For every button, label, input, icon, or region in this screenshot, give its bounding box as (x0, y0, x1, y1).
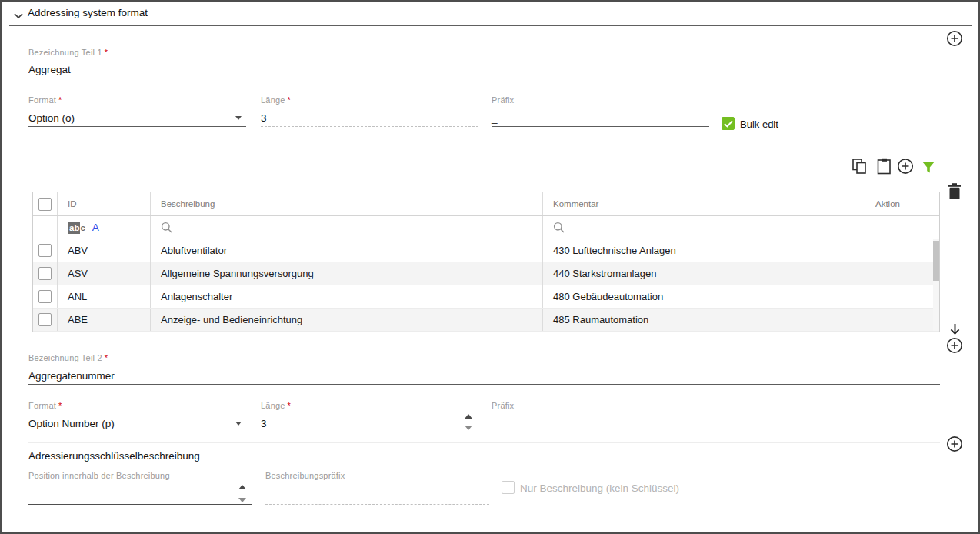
delete-icon[interactable] (948, 183, 962, 202)
spinner-up-icon[interactable] (238, 485, 246, 489)
part2-format-label: Format* (28, 401, 62, 410)
panel-title: Addressing system format (28, 7, 148, 18)
cell-id: ASV (68, 268, 88, 279)
part2-label: Bezeichnung Teil 2* (28, 353, 108, 362)
section-separator-mid (28, 342, 940, 342)
part1-input[interactable]: Aggregat (28, 64, 71, 75)
part2-length-input[interactable]: 3 (261, 418, 267, 429)
filter-id-cell[interactable]: abc A (58, 216, 151, 239)
column-header-beschreibung[interactable]: Beschreibung (151, 192, 543, 215)
spinner-down-icon[interactable] (465, 426, 472, 430)
cell-kommentar: 480 Gebäudeautomation (553, 291, 663, 302)
part1-label: Bezeichnung Teil 1* (28, 48, 108, 57)
copy-icon[interactable] (852, 159, 867, 178)
cell-kommentar: 430 Lufttechnische Anlagen (553, 245, 676, 256)
cell-kommentar: 485 Raumautomation (553, 314, 648, 325)
filter-case-toggle[interactable]: A (92, 222, 99, 233)
cell-id: ABE (68, 314, 88, 325)
part1-prefix-label: Präfix (492, 95, 514, 105)
cell-beschreibung: Abluftventilator (161, 245, 227, 256)
column-header-kommentar[interactable]: Kommentar (543, 192, 865, 215)
part1-format-label: Format* (28, 95, 62, 105)
section-separator-top (28, 38, 936, 38)
cell-id: ABV (68, 245, 88, 256)
part1-prefix-input[interactable]: _ (492, 112, 498, 124)
spinner-down-icon[interactable] (238, 498, 246, 502)
part1-length-label: Länge* (261, 95, 291, 105)
cell-id: ANL (68, 291, 87, 302)
collapse-chevron-icon[interactable] (13, 10, 24, 24)
part1-length-input[interactable]: 3 (261, 112, 267, 124)
only-description-checkbox[interactable] (502, 481, 515, 494)
paste-icon[interactable] (877, 158, 892, 178)
cell-beschreibung: Anzeige- und Bedieneinrichtung (161, 314, 302, 325)
search-icon (161, 222, 173, 234)
add-row-icon[interactable] (897, 158, 914, 178)
add-section-button-mid[interactable] (946, 337, 963, 357)
spinner-up-icon[interactable] (465, 414, 472, 419)
table-scrollbar[interactable] (933, 239, 939, 331)
addressing-system-panel: Addressing system format Bezeichnung Tei… (0, 0, 980, 534)
search-icon (553, 222, 565, 234)
filter-icon[interactable] (922, 161, 935, 177)
addressing-table: ID Beschreibung Kommentar Aktion abc A A… (32, 192, 940, 332)
checkmark-icon (724, 120, 733, 128)
chevron-down-icon[interactable] (235, 116, 242, 120)
part1-format-select[interactable]: Option (o) (28, 112, 75, 124)
table-row[interactable]: ASV Allgemeine Spannungsversorgung 440 S… (33, 262, 939, 285)
scrollbar-thumb[interactable] (933, 241, 939, 281)
section-separator-bottom (28, 442, 940, 443)
cell-kommentar: 440 Starkstromanlagen (553, 268, 656, 279)
required-marker: * (105, 48, 108, 57)
table-row[interactable]: ABE Anzeige- und Bedieneinrichtung 485 R… (33, 309, 939, 332)
table-filter-row: abc A (33, 216, 939, 239)
part1-underline (28, 78, 940, 78)
filter-aktion-cell (865, 216, 939, 239)
row-checkbox[interactable] (38, 244, 52, 257)
filter-type-abc-toggle[interactable]: abc (68, 223, 85, 232)
column-header-aktion[interactable]: Aktion (865, 192, 939, 215)
position-label: Position innerhalb der Beschreibung (28, 471, 170, 480)
description-prefix-label: Beschreibungspräfix (265, 471, 345, 480)
table-row[interactable]: ANL Anlagenschalter 480 Gebäudeautomatio… (33, 285, 939, 309)
part2-input[interactable]: Aggregatenummer (28, 370, 115, 382)
filter-kommentar-input[interactable] (543, 216, 865, 239)
table-header-row: ID Beschreibung Kommentar Aktion (33, 192, 939, 216)
part2-prefix-label: Präfix (492, 401, 514, 410)
bulk-edit-label: Bulk edit (740, 118, 778, 130)
bulk-edit-checkbox[interactable] (722, 117, 735, 130)
only-description-label: Nur Beschreibung (kein Schlüssel) (520, 482, 679, 494)
column-header-id[interactable]: ID (58, 192, 151, 215)
cell-beschreibung: Anlagenschalter (161, 291, 232, 302)
part2-format-select[interactable]: Option Number (p) (28, 418, 115, 429)
table-row[interactable]: ABV Abluftventilator 430 Lufttechnische … (33, 239, 939, 262)
add-section-button-bottom[interactable] (946, 436, 963, 456)
key-description-title: Adressierungsschlüsselbeschreibung (28, 450, 200, 462)
part2-underline (28, 384, 940, 385)
select-all-checkbox[interactable] (38, 198, 52, 211)
chevron-down-icon[interactable] (235, 422, 242, 426)
filter-beschreibung-input[interactable] (151, 216, 543, 239)
row-checkbox[interactable] (38, 267, 52, 280)
cell-beschreibung: Allgemeine Spannungsversorgung (161, 268, 314, 279)
header-divider (9, 25, 972, 26)
row-checkbox[interactable] (38, 313, 52, 326)
part2-length-label: Länge* (261, 401, 291, 410)
add-section-button-top[interactable] (946, 30, 963, 50)
row-checkbox[interactable] (38, 290, 52, 303)
